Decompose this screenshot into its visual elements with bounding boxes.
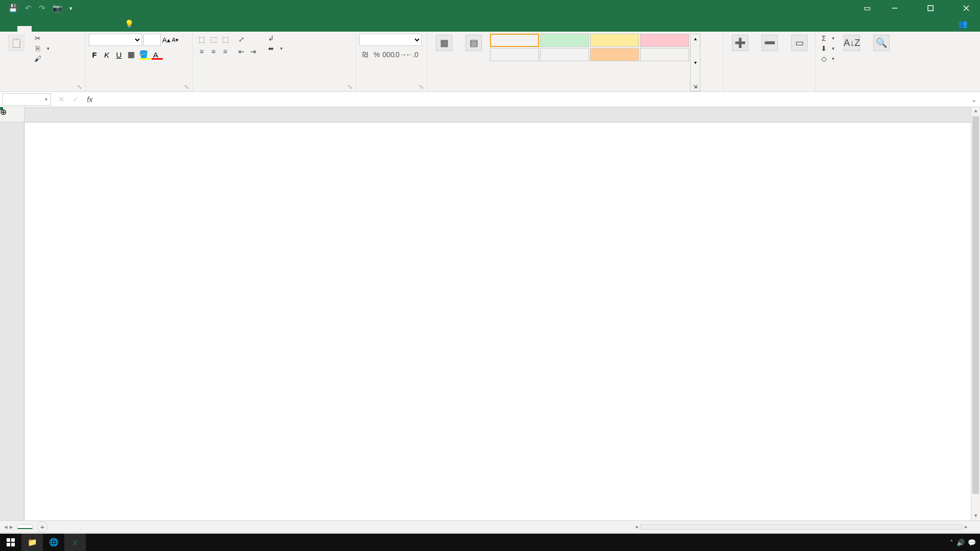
comma-icon[interactable]: 000 <box>383 49 394 60</box>
font-name-select[interactable] <box>89 34 142 46</box>
tray-volume-icon[interactable]: 🔊 <box>957 539 965 546</box>
horizontal-scrollbar[interactable]: ◂ ▸ <box>633 523 970 531</box>
underline-button[interactable]: U <box>113 49 125 60</box>
style-eingabe[interactable] <box>590 48 639 61</box>
chevron-down-icon[interactable]: ▾ <box>45 96 47 102</box>
tab-insert[interactable] <box>32 26 46 32</box>
save-icon[interactable]: 💾 <box>8 4 18 13</box>
orientation-icon[interactable]: ⤢ <box>236 34 247 45</box>
conditional-formatting-button[interactable]: ▦ <box>431 34 457 91</box>
tab-layout[interactable] <box>46 26 60 32</box>
align-launcher-icon[interactable]: ⤡ <box>348 84 354 90</box>
format-cells-button[interactable]: ▭ <box>786 34 813 91</box>
style-up-icon[interactable]: ▴ <box>691 34 700 43</box>
indent-decrease-icon[interactable]: ⇤ <box>236 46 247 57</box>
tab-view[interactable] <box>103 26 117 32</box>
style-neutral[interactable] <box>590 34 639 47</box>
font-color-button[interactable]: A <box>150 49 161 60</box>
number-launcher-icon[interactable]: ⤡ <box>419 84 425 90</box>
fill-color-button[interactable]: 🪣 <box>138 49 149 60</box>
tab-review[interactable] <box>89 26 103 32</box>
vertical-scrollbar[interactable]: ▴ ▾ <box>971 107 980 520</box>
taskbar-explorer-icon[interactable]: 📁 <box>21 534 43 551</box>
redo-icon[interactable]: ↷ <box>39 4 45 13</box>
share-button[interactable]: 👥 <box>949 16 980 32</box>
format-as-table-button[interactable]: ▤ <box>460 34 487 91</box>
autosum-button[interactable]: Σ▾ <box>819 34 836 43</box>
number-format-select[interactable] <box>359 34 422 46</box>
taskbar-excel-icon[interactable]: X <box>64 534 86 551</box>
currency-icon[interactable]: ₪ <box>359 49 371 60</box>
add-sheet-button[interactable]: + <box>37 521 48 533</box>
style-ausgabe[interactable] <box>490 48 539 61</box>
clipboard-launcher-icon[interactable]: ⤡ <box>77 84 83 90</box>
cut-button[interactable]: ✂ <box>33 34 51 43</box>
decrease-decimal-icon[interactable]: ←.0 <box>406 49 418 60</box>
ribbon-options-icon[interactable]: ▭ <box>864 4 871 13</box>
tray-notifications-icon[interactable]: 💬 <box>968 539 976 546</box>
align-top-icon[interactable]: ⬚ <box>196 34 207 45</box>
percent-icon[interactable]: % <box>371 49 382 60</box>
style-gut[interactable] <box>540 34 589 47</box>
align-right-icon[interactable]: ≡ <box>219 46 231 57</box>
delete-cells-button[interactable]: ➖ <box>756 34 783 91</box>
sort-filter-button[interactable]: A↓Z <box>839 34 865 91</box>
insert-cells-button[interactable]: ➕ <box>727 34 753 91</box>
expand-formula-bar-icon[interactable]: ⌄ <box>968 95 980 104</box>
style-more-icon[interactable]: ⇲ <box>691 82 700 91</box>
maximize-button[interactable] <box>919 0 942 16</box>
sheet-nav-next-icon[interactable]: ▸ <box>10 523 13 531</box>
indent-increase-icon[interactable]: ⇥ <box>248 46 259 57</box>
increase-font-icon[interactable]: A▴ <box>162 36 170 44</box>
tray-chevron-icon[interactable]: ˄ <box>950 539 953 546</box>
undo-icon[interactable]: ↶ <box>25 4 32 13</box>
copy-button[interactable]: ⎘▾ <box>33 44 51 53</box>
formula-input[interactable] <box>103 93 968 106</box>
tell-me[interactable]: 💡 <box>117 16 144 32</box>
format-painter-button[interactable]: 🖌 <box>33 54 51 63</box>
cells-area[interactable] <box>24 122 971 520</box>
decrease-font-icon[interactable]: A▾ <box>172 37 179 43</box>
italic-button[interactable]: K <box>101 49 112 60</box>
border-button[interactable]: ▦ <box>126 49 137 60</box>
minimize-button[interactable] <box>883 0 906 16</box>
hscroll-right-icon[interactable]: ▸ <box>963 523 970 530</box>
taskbar-edge-icon[interactable]: 🌐 <box>43 534 64 551</box>
fill-button[interactable]: ⬇▾ <box>819 44 836 53</box>
font-launcher-icon[interactable]: ⤡ <box>184 84 190 90</box>
align-middle-icon[interactable]: ⬚ <box>208 34 219 45</box>
wrap-text-button[interactable]: ↲ <box>266 34 284 43</box>
fx-icon[interactable]: fx <box>85 95 95 104</box>
bold-button[interactable]: F <box>89 49 100 60</box>
style-schlecht[interactable] <box>640 34 689 47</box>
align-left-icon[interactable]: ≡ <box>196 46 207 57</box>
style-down-icon[interactable]: ▾ <box>691 58 700 67</box>
qat-customize-icon[interactable]: ▾ <box>69 5 72 12</box>
tab-formulas[interactable] <box>60 26 75 32</box>
camera-icon[interactable]: 📷 <box>53 4 62 13</box>
style-standard[interactable] <box>490 34 539 47</box>
sheet-nav-prev-icon[interactable]: ◂ <box>4 523 8 531</box>
close-button[interactable] <box>954 0 978 16</box>
start-button[interactable] <box>0 534 21 551</box>
scroll-down-icon[interactable]: ▾ <box>971 512 980 520</box>
merge-center-button[interactable]: ⬌▾ <box>266 44 284 53</box>
font-size-input[interactable] <box>143 34 161 46</box>
name-box[interactable]: ▾ <box>2 93 51 106</box>
enter-formula-icon[interactable]: ✓ <box>70 95 81 104</box>
align-center-icon[interactable]: ≡ <box>208 46 219 57</box>
paste-button[interactable]: 📋 <box>3 34 30 91</box>
cancel-formula-icon[interactable]: ✕ <box>56 95 66 104</box>
clear-button[interactable]: ◇▾ <box>819 54 836 63</box>
scroll-up-icon[interactable]: ▴ <box>971 107 980 115</box>
style-berechnung[interactable] <box>540 48 589 61</box>
hscroll-left-icon[interactable]: ◂ <box>633 523 640 530</box>
tab-home[interactable] <box>17 26 32 32</box>
increase-decimal-icon[interactable]: .0→ <box>395 49 406 60</box>
style-erkl[interactable] <box>640 48 689 61</box>
tab-file[interactable] <box>3 26 17 32</box>
tab-data[interactable] <box>75 26 89 32</box>
sheet-tab-kontakte[interactable] <box>17 524 33 529</box>
select-all-triangle[interactable] <box>0 107 24 122</box>
align-bottom-icon[interactable]: ⬚ <box>219 34 231 45</box>
